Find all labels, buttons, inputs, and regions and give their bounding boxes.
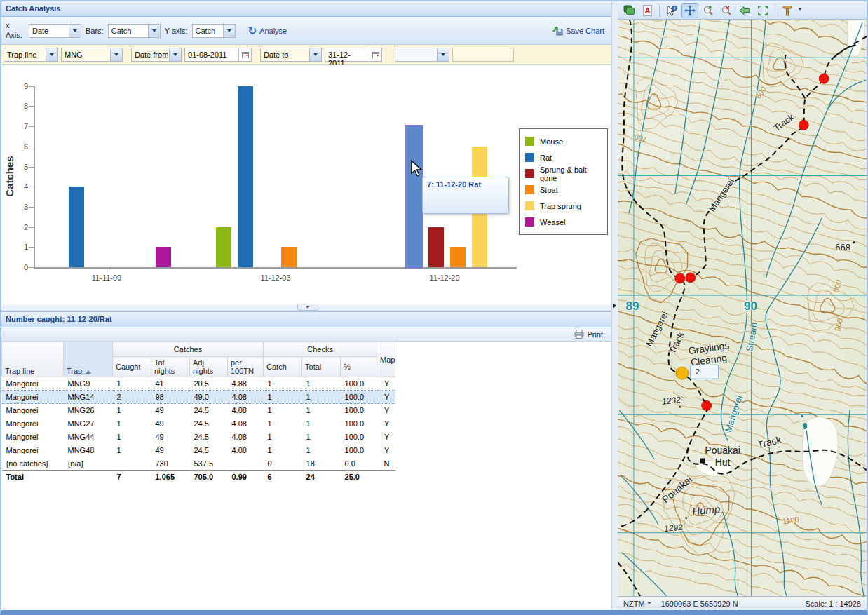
table-cell: Y <box>377 417 395 431</box>
table-row[interactable]: Total71,065705.00.9962425.0 <box>2 471 611 484</box>
table-cell: N <box>377 457 395 471</box>
bars-combo[interactable]: Catch <box>108 24 161 38</box>
map-marker[interactable] <box>799 120 808 130</box>
date-from-combo[interactable]: Date from <box>131 48 182 62</box>
projection-selector[interactable]: NZTM <box>623 600 651 608</box>
chevron-down-icon[interactable] <box>46 48 57 61</box>
y-axis-combo[interactable]: Catch <box>192 24 236 38</box>
zoom-in-icon[interactable] <box>700 3 717 18</box>
column-header-catch[interactable]: Catch <box>264 357 302 377</box>
printer-icon <box>574 330 584 339</box>
application-window: Catch Analysis x Axis: Date Bars: Catch … <box>0 0 868 615</box>
y-axis-label: Y axis: <box>165 27 188 35</box>
map-marker[interactable] <box>702 400 712 410</box>
trap-line-name-value: MNG <box>62 48 110 61</box>
map-marker-selected[interactable] <box>676 367 689 379</box>
y-axis-tick-label: 9 <box>8 82 28 90</box>
table-row[interactable]: MangoreiMNG1429849.04.0811100.0Y <box>2 391 611 404</box>
print-button-label: Print <box>587 330 603 339</box>
table-cell: 100.0 <box>341 431 377 444</box>
save-chart-button[interactable]: Save Chart <box>550 24 607 37</box>
table-cell: MNG27 <box>64 417 113 431</box>
column-header-total[interactable]: Total <box>302 357 341 377</box>
splitter-collapse-handle[interactable] <box>297 304 318 311</box>
map-view[interactable]: 8990Track600700Mangorei668800MangoreiTra… <box>618 20 867 596</box>
projection-value: NZTM <box>623 600 645 608</box>
column-header-pct[interactable]: % <box>341 357 377 377</box>
chart-tooltip-text: 7: 11-12-20 Rat <box>427 180 481 189</box>
table-row[interactable]: {no catches}{n/a}730537.50180.0N <box>2 457 611 471</box>
chart-bar[interactable] <box>428 227 444 267</box>
chart-bar[interactable] <box>156 247 171 267</box>
map-marker[interactable] <box>819 74 829 83</box>
chevron-down-icon[interactable] <box>223 25 235 37</box>
x-axis-combo[interactable]: Date <box>29 24 81 38</box>
chart-bar[interactable] <box>216 227 231 267</box>
column-header-trap[interactable]: Trap <box>64 342 113 377</box>
date-to-input[interactable]: 31-12-2011 <box>325 48 369 62</box>
table-cell: 1 <box>264 444 302 457</box>
table-row[interactable]: MangoreiMNG914120.54.8811100.0Y <box>2 377 611 391</box>
export-pdf-icon[interactable]: A <box>639 3 656 18</box>
column-header-caught[interactable]: Caught <box>113 357 151 377</box>
map-marker[interactable] <box>675 273 685 283</box>
results-title: Number caught: 11-12-20/Rat <box>6 315 112 323</box>
date-to-combo[interactable]: Date to <box>260 48 322 62</box>
calendar-trigger-button[interactable] <box>369 48 382 62</box>
collapse-down-icon <box>306 306 310 311</box>
table-cell: Mangorei <box>2 404 64 417</box>
extra-filter-input[interactable] <box>452 48 514 62</box>
topo-map[interactable]: 8990Track600700Mangorei668800MangoreiTra… <box>618 20 867 596</box>
chevron-down-icon[interactable] <box>110 48 122 61</box>
previous-extent-icon[interactable] <box>736 3 753 18</box>
column-header-map[interactable]: Map <box>377 342 395 377</box>
calendar-trigger-button[interactable] <box>239 48 252 62</box>
results-toolbar: Print <box>1 327 611 342</box>
table-cell: 2 <box>113 391 151 404</box>
trap-line-combo[interactable]: Trap line <box>4 48 58 62</box>
chevron-down-icon[interactable] <box>169 48 181 61</box>
column-header-trap-line[interactable]: Trap line <box>2 342 64 377</box>
layers-icon[interactable] <box>621 3 637 18</box>
table-cell: MNG14 <box>64 391 113 404</box>
chevron-down-icon[interactable] <box>148 25 160 37</box>
chart-tooltip: 7: 11-12-20 Rat <box>422 177 509 214</box>
chart-bar[interactable] <box>407 126 422 267</box>
chart-bar[interactable] <box>238 86 253 267</box>
table-row[interactable]: MangoreiMNG2714924.54.0811100.0Y <box>2 417 611 431</box>
table-cell: 41 <box>151 377 190 391</box>
extra-filter-combo[interactable] <box>395 48 449 62</box>
table-row[interactable]: MangoreiMNG2614924.54.0811100.0Y <box>2 404 611 417</box>
date-from-field-group: 01-08-2011 <box>184 48 252 62</box>
analyse-button[interactable]: ↻ Analyse <box>245 25 290 36</box>
chart-bar[interactable] <box>69 187 84 267</box>
chevron-down-icon[interactable] <box>437 48 449 61</box>
x-axis-tick <box>445 269 445 272</box>
zoom-out-icon[interactable] <box>718 3 735 18</box>
trap-line-name-combo[interactable]: MNG <box>61 48 123 62</box>
chart-bar[interactable] <box>281 247 297 267</box>
column-header-tot-nights[interactable]: Tot nights <box>151 357 190 377</box>
measure-menu-caret[interactable] <box>798 8 802 13</box>
column-header-adj-nights[interactable]: Adj nights <box>190 357 228 377</box>
panel-splitter[interactable] <box>612 1 618 610</box>
table-cell: 100.0 <box>341 404 377 417</box>
date-from-input[interactable]: 01-08-2011 <box>184 48 239 62</box>
measure-icon[interactable] <box>779 3 796 18</box>
print-button[interactable]: Print <box>571 328 606 340</box>
pan-icon[interactable] <box>681 3 698 18</box>
full-extent-icon[interactable] <box>754 3 771 18</box>
table-row[interactable]: MangoreiMNG4414924.54.0811100.0Y <box>2 431 611 444</box>
chevron-down-icon[interactable] <box>69 25 81 37</box>
collapse-right-icon[interactable] <box>613 303 616 309</box>
chevron-down-icon[interactable] <box>309 48 321 61</box>
column-header-per-100tn[interactable]: per 100TN <box>228 357 264 377</box>
table-row[interactable]: MangoreiMNG4814924.54.0811100.0Y <box>2 444 611 457</box>
table-cell: 1 <box>302 404 341 417</box>
table-cell: 1 <box>113 444 151 457</box>
y-axis-value: Catch <box>193 25 223 37</box>
horizontal-splitter[interactable] <box>1 304 611 312</box>
chart-bar[interactable] <box>450 247 466 267</box>
map-marker[interactable] <box>686 273 696 283</box>
identify-icon[interactable]: i <box>663 3 680 18</box>
